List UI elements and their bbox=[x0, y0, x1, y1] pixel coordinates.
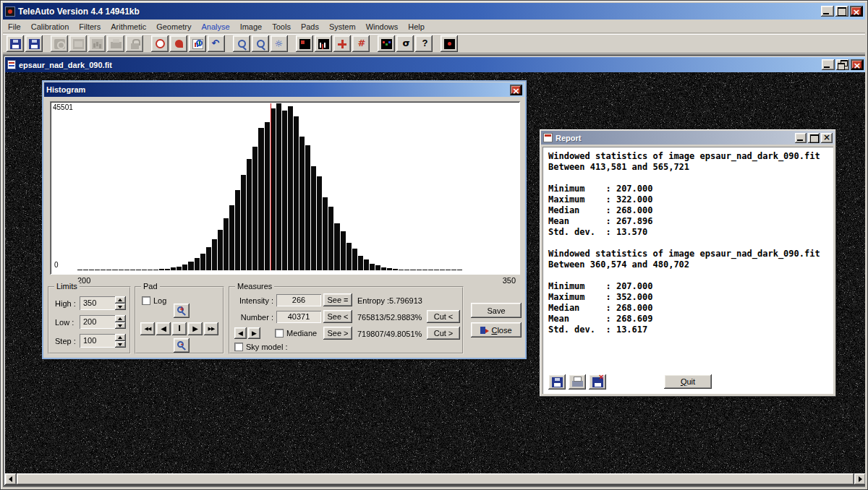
see-equal-button[interactable]: See = bbox=[323, 293, 352, 306]
app-title: TeleAuto Version 4.4 14941kb bbox=[18, 7, 140, 17]
sigma-icon[interactable] bbox=[396, 35, 414, 52]
low-value[interactable]: 200 bbox=[80, 315, 115, 329]
settings-icon[interactable] bbox=[271, 35, 288, 52]
step-spinner[interactable]: 100 bbox=[80, 334, 126, 348]
backward-button[interactable]: ◀ bbox=[156, 322, 171, 335]
sky-model-checkbox[interactable] bbox=[234, 343, 243, 351]
high-value[interactable]: 350 bbox=[80, 296, 115, 310]
menu-filters[interactable]: Filters bbox=[74, 22, 106, 32]
undo-icon[interactable] bbox=[208, 35, 225, 52]
maximize-button[interactable] bbox=[835, 6, 848, 17]
image-restore-button[interactable] bbox=[836, 59, 849, 70]
histogram-close-button[interactable] bbox=[510, 85, 522, 95]
low-limit-spinner[interactable]: 200 bbox=[80, 315, 126, 329]
gauge-icon[interactable] bbox=[151, 35, 169, 52]
pad-zoom-in-button[interactable] bbox=[174, 304, 190, 318]
print-report-button[interactable] bbox=[569, 374, 586, 390]
vcr-controls: ◀◀◀I▶▶▶ bbox=[140, 322, 218, 335]
histogram-bar bbox=[440, 270, 445, 270]
high-up-button[interactable] bbox=[115, 296, 126, 304]
forward-button[interactable]: ▶ bbox=[188, 322, 203, 335]
report-line: Mean : 267.896 bbox=[548, 216, 827, 227]
menu-file[interactable]: File bbox=[3, 22, 26, 32]
palette-icon[interactable] bbox=[378, 35, 395, 52]
cut-less-button[interactable]: Cut < bbox=[427, 310, 460, 323]
histogram-view-icon[interactable] bbox=[315, 35, 332, 52]
step-up-button[interactable] bbox=[115, 334, 126, 341]
pad-zoom-out-button[interactable] bbox=[174, 338, 190, 353]
menu-tools[interactable]: Tools bbox=[267, 22, 296, 32]
save-icon[interactable] bbox=[7, 35, 24, 52]
log-checkbox[interactable] bbox=[142, 296, 150, 305]
mediane-checkbox[interactable] bbox=[275, 329, 284, 338]
menu-windows[interactable]: Windows bbox=[361, 22, 404, 32]
report-close-button[interactable] bbox=[821, 133, 833, 143]
center-button[interactable]: I bbox=[172, 322, 187, 335]
step-value[interactable]: 100 bbox=[80, 334, 115, 348]
scroll-right-button[interactable] bbox=[854, 473, 865, 485]
histogram-bar bbox=[247, 159, 252, 270]
menu-pads[interactable]: Pads bbox=[296, 22, 324, 32]
histogram-bar bbox=[195, 258, 200, 270]
high-down-button[interactable] bbox=[115, 304, 126, 311]
scrollbar-thumb[interactable] bbox=[17, 473, 854, 485]
menu-calibration[interactable]: Calibration bbox=[26, 22, 75, 32]
image-minimize-button[interactable] bbox=[822, 59, 835, 70]
negative-icon[interactable] bbox=[296, 35, 313, 52]
grid-icon[interactable] bbox=[352, 35, 370, 52]
scroll-left-button[interactable] bbox=[5, 473, 17, 485]
save-report-button[interactable] bbox=[548, 374, 566, 390]
zoom-out-icon[interactable] bbox=[233, 35, 250, 52]
help-icon[interactable] bbox=[415, 35, 433, 52]
close-histogram-button[interactable]: Close bbox=[471, 322, 522, 338]
export-icon bbox=[592, 377, 603, 387]
histogram-bar bbox=[381, 267, 386, 270]
export-report-button[interactable] bbox=[589, 374, 606, 390]
fast-forward-button[interactable]: ▶▶ bbox=[204, 322, 218, 335]
save-as-icon[interactable] bbox=[25, 35, 43, 52]
measures-group: Measures Intensity : 266 See = Entropy :… bbox=[229, 286, 464, 354]
menu-arithmetic[interactable]: Arithmetic bbox=[106, 22, 151, 32]
marker-icon[interactable] bbox=[170, 35, 187, 52]
report-maximize-button[interactable] bbox=[808, 133, 820, 143]
report-minimize-button[interactable] bbox=[795, 133, 807, 143]
histogram-bar bbox=[142, 270, 147, 270]
menu-system[interactable]: System bbox=[324, 22, 361, 32]
menu-image[interactable]: Image bbox=[235, 22, 268, 32]
align-arrows-icon[interactable] bbox=[333, 35, 351, 52]
capture-icon[interactable] bbox=[441, 35, 458, 52]
histogram-bar bbox=[341, 231, 346, 270]
report-line: Mean : 268.609 bbox=[548, 314, 827, 324]
mediane-prev-button[interactable]: ◀ bbox=[234, 327, 247, 339]
save-button[interactable]: Save bbox=[471, 303, 522, 318]
see-greater-button[interactable]: See > bbox=[323, 327, 352, 340]
see-less-button[interactable]: See < bbox=[323, 310, 352, 323]
step-down-button[interactable] bbox=[115, 341, 126, 348]
menu-geometry[interactable]: Geometry bbox=[151, 22, 196, 32]
histogram-bar bbox=[276, 103, 281, 270]
histogram-bar bbox=[212, 239, 217, 270]
menu-analyse[interactable]: Analyse bbox=[196, 22, 234, 32]
image-close-button[interactable] bbox=[851, 59, 864, 70]
intensity-value: 266 bbox=[276, 294, 321, 306]
zoom-in-icon[interactable] bbox=[252, 35, 269, 52]
sky-model-label: Sky model : bbox=[246, 343, 287, 351]
report-window: Report Windowed statistics of image epsa… bbox=[540, 129, 836, 397]
low-up-button[interactable] bbox=[115, 315, 126, 322]
right-arrow-icon bbox=[859, 476, 862, 482]
mediane-next-button[interactable]: ▶ bbox=[248, 327, 260, 339]
menu-help[interactable]: Help bbox=[403, 22, 430, 32]
minimize-button[interactable] bbox=[821, 6, 834, 17]
histogram-bar bbox=[124, 270, 129, 270]
quit-button[interactable]: Quit bbox=[664, 374, 712, 389]
fast-backward-button[interactable]: ◀◀ bbox=[140, 322, 155, 335]
high-limit-spinner[interactable]: 350 bbox=[80, 296, 126, 310]
pad-group-label: Pad bbox=[141, 282, 160, 291]
cut-greater-button[interactable]: Cut > bbox=[427, 327, 460, 340]
zoom-chart-icon[interactable] bbox=[189, 35, 206, 52]
horizontal-scrollbar[interactable] bbox=[5, 473, 865, 485]
close-button[interactable] bbox=[850, 6, 863, 17]
low-down-button[interactable] bbox=[115, 322, 126, 330]
histogram-dialog: Histogram 45501 0 200 350 Limits bbox=[42, 80, 527, 359]
pad-group: Pad Log ◀◀◀I▶▶▶ bbox=[135, 286, 224, 354]
